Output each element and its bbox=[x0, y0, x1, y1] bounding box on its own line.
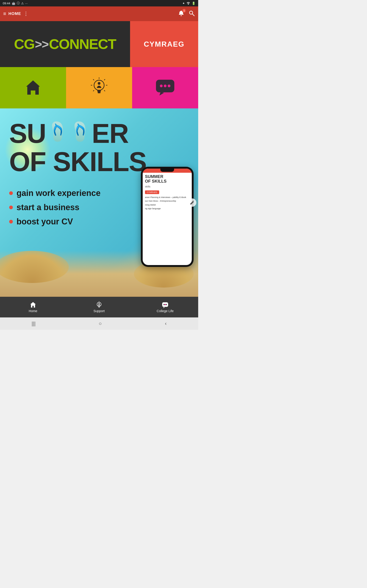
svg-point-28 bbox=[164, 304, 165, 305]
svg-point-14 bbox=[98, 82, 100, 85]
svg-rect-11 bbox=[97, 90, 101, 91]
phone-item-2: our Own Boss – Entrepreneurship bbox=[145, 199, 190, 203]
svg-point-19 bbox=[168, 85, 170, 87]
header-right-actions: 1 bbox=[178, 10, 195, 17]
bottom-navigation: Home Support College Life bbox=[0, 297, 198, 317]
home-button[interactable]: ○ bbox=[99, 321, 102, 327]
cymraeg-tile[interactable]: CYMRAEG bbox=[130, 21, 198, 67]
bullet-text-2: start a business bbox=[17, 203, 79, 212]
phone-mockup: SUMMEROF SKILLS skills CYMRAEG areer Pla… bbox=[141, 167, 194, 267]
svg-marker-20 bbox=[30, 302, 36, 308]
recent-apps-button[interactable]: ||| bbox=[32, 321, 35, 327]
bottom-home-icon bbox=[30, 301, 36, 308]
house-icon bbox=[24, 78, 42, 97]
phone-item-1: areer Planning & Interviews – yability E… bbox=[145, 196, 190, 199]
bottom-nav-home[interactable]: Home bbox=[0, 297, 66, 317]
notification-button[interactable]: 1 bbox=[178, 10, 184, 17]
svg-marker-16 bbox=[159, 92, 164, 95]
summer-suffix: ER bbox=[92, 120, 128, 147]
app-header: ≡ HOME ⋮ 1 bbox=[0, 6, 198, 21]
more-options-icon[interactable]: ⋮ bbox=[23, 11, 28, 17]
phone-item-3: rning Welsh bbox=[145, 204, 190, 207]
search-icon[interactable] bbox=[189, 10, 195, 17]
top-tiles: CG >> CONNECT CYMRAEG bbox=[0, 21, 198, 67]
status-time: 09:44 bbox=[3, 2, 10, 5]
svg-marker-2 bbox=[26, 80, 40, 95]
info-icon: ⓘ bbox=[17, 1, 20, 5]
bottom-nav-college-life[interactable]: College Life bbox=[132, 297, 198, 317]
bottom-support-label: Support bbox=[93, 309, 105, 313]
bullet-dot-2 bbox=[9, 206, 13, 209]
phone-item-4: ng sign language bbox=[145, 207, 190, 210]
svg-rect-24 bbox=[99, 307, 100, 308]
chat-bubble-icon bbox=[155, 78, 175, 97]
svg-marker-27 bbox=[163, 307, 165, 308]
cg-logo: CG >> CONNECT bbox=[14, 37, 116, 51]
notification-badge: 1 bbox=[182, 9, 186, 13]
svg-rect-13 bbox=[98, 92, 100, 93]
svg-point-25 bbox=[99, 303, 100, 304]
bottom-support-icon bbox=[96, 301, 102, 308]
svg-point-17 bbox=[160, 85, 163, 87]
flip-flops-emoji: 🩴🩴 bbox=[46, 122, 91, 141]
system-navigation: ||| ○ ‹ bbox=[0, 317, 198, 330]
banner-line1: SU 🩴🩴 ER bbox=[9, 120, 189, 147]
bullet-dot-3 bbox=[9, 220, 13, 224]
home-label: HOME bbox=[8, 11, 21, 16]
cg-connect-logo-tile[interactable]: CG >> CONNECT bbox=[0, 21, 130, 67]
phone-notch bbox=[160, 169, 174, 172]
svg-line-5 bbox=[104, 79, 105, 80]
phone-frame: SUMMEROF SKILLS skills CYMRAEG areer Pla… bbox=[141, 167, 194, 267]
bullet-text-1: gain work experience bbox=[17, 188, 100, 198]
svg-line-7 bbox=[104, 90, 105, 91]
support-tile[interactable] bbox=[66, 67, 132, 108]
icon-tiles-row bbox=[0, 67, 198, 108]
menu-icon[interactable]: ≡ bbox=[3, 11, 6, 17]
bullet-text-3: boost your CV bbox=[17, 217, 73, 226]
back-button[interactable]: ‹ bbox=[165, 321, 167, 327]
lightbulb-icon bbox=[90, 78, 108, 98]
status-right: ✦ 🔋 bbox=[182, 1, 195, 5]
wifi-icon bbox=[186, 1, 190, 5]
status-bar: 09:44 🤖 ⓘ ⚠ ··· ✦ 🔋 bbox=[0, 0, 198, 6]
bottom-nav-support[interactable]: Support bbox=[66, 297, 132, 317]
phone-screen: SUMMEROF SKILLS skills CYMRAEG areer Pla… bbox=[143, 169, 192, 265]
summer-prefix: SU bbox=[9, 120, 46, 147]
more-icon: ··· bbox=[25, 2, 28, 5]
banner-section: SU 🩴🩴 ER OF SKILLS gain work experience … bbox=[0, 108, 198, 297]
bottom-college-life-icon bbox=[162, 301, 169, 308]
phone-screen-title: SUMMEROF SKILLS bbox=[145, 174, 190, 184]
cymraeg-label: CYMRAEG bbox=[144, 40, 185, 48]
svg-point-30 bbox=[166, 304, 167, 305]
bottom-home-label: Home bbox=[29, 309, 37, 313]
svg-line-1 bbox=[192, 14, 194, 16]
warning-icon: ⚠ bbox=[21, 2, 24, 5]
cg-arrows: >> bbox=[35, 38, 48, 50]
svg-point-21 bbox=[97, 302, 101, 306]
svg-rect-12 bbox=[98, 91, 101, 92]
phone-screen-subtitle: skills bbox=[145, 185, 190, 188]
banner-edit-icon[interactable] bbox=[188, 199, 196, 207]
phone-cymraeg-button: CYMRAEG bbox=[145, 190, 159, 194]
signal-icon: ✦ bbox=[182, 2, 185, 5]
svg-point-18 bbox=[164, 85, 167, 87]
bullet-dot-1 bbox=[9, 191, 13, 195]
svg-line-8 bbox=[93, 79, 94, 80]
svg-point-29 bbox=[165, 304, 166, 305]
cg-text: CG bbox=[14, 37, 34, 51]
battery-blocked-icon: 🔋 bbox=[192, 2, 195, 5]
svg-rect-23 bbox=[98, 306, 100, 307]
android-icon: 🤖 bbox=[12, 2, 15, 5]
home-tile[interactable] bbox=[0, 67, 66, 108]
status-left: 09:44 🤖 ⓘ ⚠ ··· bbox=[3, 1, 27, 5]
svg-point-3 bbox=[94, 80, 104, 90]
chat-tile[interactable] bbox=[132, 67, 198, 108]
svg-line-10 bbox=[93, 90, 94, 91]
bottom-college-life-label: College Life bbox=[157, 309, 174, 313]
connect-text: CONNECT bbox=[49, 37, 116, 51]
